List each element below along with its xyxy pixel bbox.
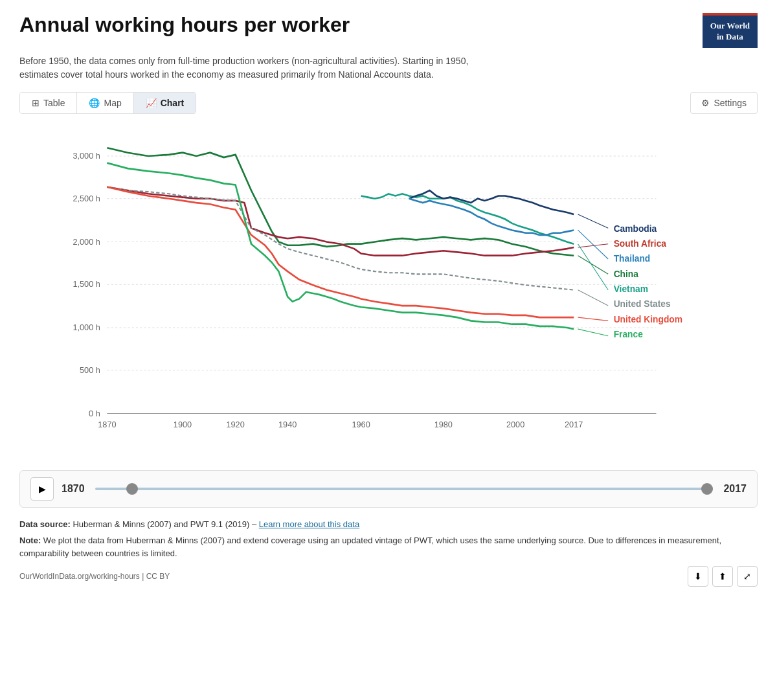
svg-line-29: [578, 317, 609, 321]
svg-text:2017: 2017: [565, 419, 583, 429]
data-source: Data source: Huberman & Minns (2007) and…: [19, 518, 758, 531]
svg-text:1920: 1920: [226, 419, 244, 429]
svg-text:China: China: [614, 269, 639, 278]
play-icon: ▶: [39, 484, 46, 494]
svg-text:1870: 1870: [98, 419, 116, 429]
page-title: Annual working hours per worker: [19, 13, 350, 37]
play-button[interactable]: ▶: [30, 477, 54, 501]
chart-subtitle: Before 1950, the data comes only from fu…: [19, 54, 473, 82]
svg-text:3,000 h: 3,000 h: [73, 151, 100, 161]
download-icon: ⬇: [694, 571, 702, 581]
svg-text:1,500 h: 1,500 h: [73, 279, 100, 289]
svg-text:Vietnam: Vietnam: [614, 284, 648, 294]
svg-text:1980: 1980: [434, 419, 453, 429]
svg-text:1940: 1940: [278, 419, 297, 429]
tab-chart[interactable]: 📈 Chart: [134, 93, 196, 113]
svg-line-23: [578, 214, 609, 228]
svg-text:South Africa: South Africa: [614, 239, 667, 249]
settings-button[interactable]: ⚙ Settings: [690, 92, 758, 114]
svg-text:500 h: 500 h: [80, 365, 100, 375]
svg-text:2,500 h: 2,500 h: [73, 194, 100, 203]
share-button[interactable]: ⬆: [712, 566, 733, 587]
footer-note: Note: We plot the data from Huberman & M…: [19, 534, 758, 559]
fullscreen-button[interactable]: ⤢: [737, 566, 758, 587]
svg-text:France: France: [614, 330, 643, 339]
timeline-track[interactable]: [95, 488, 713, 490]
svg-text:1,000 h: 1,000 h: [73, 322, 100, 332]
fullscreen-icon: ⤢: [743, 571, 751, 581]
download-button[interactable]: ⬇: [688, 566, 708, 587]
view-tabs: ⊞ Table 🌐 Map 📈 Chart: [19, 92, 196, 114]
tab-map[interactable]: 🌐 Map: [77, 93, 133, 113]
start-year-label: 1870: [62, 483, 87, 495]
end-year-label: 2017: [721, 483, 747, 495]
chart-container: 3,000 h 2,500 h 2,000 h 1,500 h 1,000 h …: [19, 122, 758, 465]
timeline-thumb-start[interactable]: [126, 483, 138, 495]
svg-text:0 h: 0 h: [89, 409, 100, 418]
svg-line-28: [578, 289, 609, 305]
share-icon: ⬆: [719, 571, 726, 581]
toolbar: ⊞ Table 🌐 Map 📈 Chart ⚙ Settings: [19, 92, 758, 114]
svg-text:Cambodia: Cambodia: [614, 223, 657, 233]
footer-action-icons: ⬇ ⬆ ⤢: [688, 566, 758, 587]
svg-text:1960: 1960: [352, 419, 370, 429]
svg-text:Thailand: Thailand: [614, 254, 651, 264]
svg-line-26: [578, 255, 609, 274]
footer-url: OurWorldInData.org/working-hours | CC BY: [19, 572, 170, 581]
chart-svg: 3,000 h 2,500 h 2,000 h 1,500 h 1,000 h …: [19, 122, 758, 465]
learn-more-link[interactable]: Learn more about this data: [259, 519, 359, 529]
timeline-thumb-end[interactable]: [701, 483, 713, 495]
playback-controls: ▶ 1870 2017: [19, 470, 758, 508]
svg-text:1900: 1900: [174, 419, 192, 429]
footer-bottom: OurWorldInData.org/working-hours | CC BY…: [19, 566, 758, 587]
svg-text:United Kingdom: United Kingdom: [614, 314, 682, 324]
owid-logo: Our World in Data: [703, 13, 758, 48]
table-icon: ⊞: [32, 98, 39, 108]
svg-text:2000: 2000: [506, 419, 524, 429]
gear-icon: ⚙: [701, 98, 710, 108]
tab-table[interactable]: ⊞ Table: [20, 93, 77, 113]
chart-icon: 📈: [146, 98, 157, 108]
svg-line-30: [578, 329, 609, 336]
svg-text:2,000 h: 2,000 h: [73, 237, 100, 247]
svg-line-27: [578, 243, 609, 289]
globe-icon: 🌐: [89, 98, 100, 108]
svg-text:United States: United States: [614, 299, 671, 309]
